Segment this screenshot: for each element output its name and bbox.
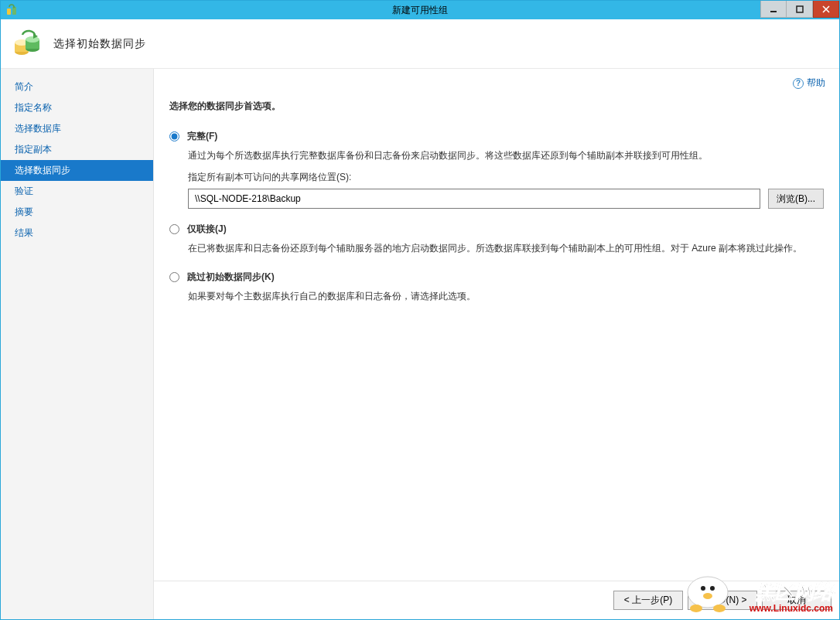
radio-full[interactable] [169, 131, 179, 141]
next-button[interactable]: 下一步(N) > [688, 591, 757, 610]
maximize-button[interactable] [787, 1, 813, 18]
app-icon [5, 4, 18, 16]
wizard-header: 选择初始数据同步 [1, 19, 839, 69]
window-controls [760, 1, 839, 18]
option-join-row[interactable]: 仅联接(J) [169, 223, 824, 236]
wizard-nav: 简介 指定名称 选择数据库 指定副本 选择数据同步 验证 摘要 结果 [1, 69, 154, 619]
nav-item-validate[interactable]: 验证 [1, 181, 153, 202]
option-join-label: 仅联接(J) [187, 223, 227, 236]
wizard-icon [12, 29, 43, 60]
content-area: 选择您的数据同步首选项。 完整(F) 通过为每个所选数据库执行完整数据库备份和日… [154, 69, 839, 581]
nav-item-intro[interactable]: 简介 [1, 77, 153, 97]
wizard-window: 新建可用性组 选择初始数据同步 简介 指定名称 选 [0, 0, 840, 620]
option-full-row[interactable]: 完整(F) [169, 130, 824, 143]
share-location-label: 指定所有副本可访问的共享网络位置(S): [188, 171, 824, 184]
option-skip-label: 跳过初始数据同步(K) [187, 271, 275, 284]
help-icon: ? [793, 78, 804, 89]
svg-rect-0 [7, 9, 11, 15]
prev-button[interactable]: < 上一步(P) [613, 591, 683, 610]
nav-item-specify-name[interactable]: 指定名称 [1, 97, 153, 118]
option-join-desc: 在已将数据库和日志备份还原到每个辅助服务器的地方启动数据同步。所选数据库联接到每… [188, 240, 824, 256]
page-title: 选择初始数据同步 [53, 37, 146, 51]
option-skip-desc: 如果要对每个主数据库执行自己的数据库和日志备份，请选择此选项。 [188, 288, 824, 304]
radio-join[interactable] [169, 224, 179, 234]
browse-button[interactable]: 浏览(B)... [768, 189, 824, 209]
option-skip: 跳过初始数据同步(K) 如果要对每个主数据库执行自己的数据库和日志备份，请选择此… [169, 271, 824, 304]
help-link[interactable]: ? 帮助 [793, 77, 825, 90]
radio-skip[interactable] [169, 272, 179, 282]
share-location-input[interactable] [188, 189, 760, 209]
option-full-desc: 通过为每个所选数据库执行完整数据库备份和日志备份来启动数据同步。将这些数据库还原… [188, 148, 824, 163]
minimize-button[interactable] [760, 1, 787, 18]
svg-rect-1 [12, 7, 16, 15]
nav-item-specify-replica[interactable]: 指定副本 [1, 139, 153, 160]
option-join: 仅联接(J) 在已将数据库和日志备份还原到每个辅助服务器的地方启动数据同步。所选… [169, 223, 824, 256]
main-panel: ? 帮助 选择您的数据同步首选项。 完整(F) 通过为每个所选数据库执行完整数据… [154, 69, 839, 619]
cancel-button[interactable]: 取消 [762, 591, 831, 610]
svg-rect-4 [797, 6, 803, 12]
close-button[interactable] [813, 1, 839, 18]
window-title: 新建可用性组 [392, 4, 448, 17]
nav-item-select-sync[interactable]: 选择数据同步 [1, 160, 153, 181]
wizard-footer: < 上一步(P) 下一步(N) > 取消 黑区网络 w [154, 581, 839, 619]
help-label: 帮助 [807, 77, 825, 90]
option-full: 完整(F) 通过为每个所选数据库执行完整数据库备份和日志备份来启动数据同步。将这… [169, 130, 824, 209]
titlebar: 新建可用性组 [1, 1, 839, 19]
nav-item-results[interactable]: 结果 [1, 223, 153, 244]
nav-item-select-db[interactable]: 选择数据库 [1, 118, 153, 139]
instruction-text: 选择您的数据同步首选项。 [169, 100, 824, 113]
svg-point-12 [26, 36, 39, 43]
nav-item-summary[interactable]: 摘要 [1, 202, 153, 223]
svg-rect-3 [770, 11, 777, 12]
wizard-body: 简介 指定名称 选择数据库 指定副本 选择数据同步 验证 摘要 结果 ? 帮助 … [1, 69, 839, 619]
option-skip-row[interactable]: 跳过初始数据同步(K) [169, 271, 824, 284]
option-full-label: 完整(F) [187, 130, 217, 143]
